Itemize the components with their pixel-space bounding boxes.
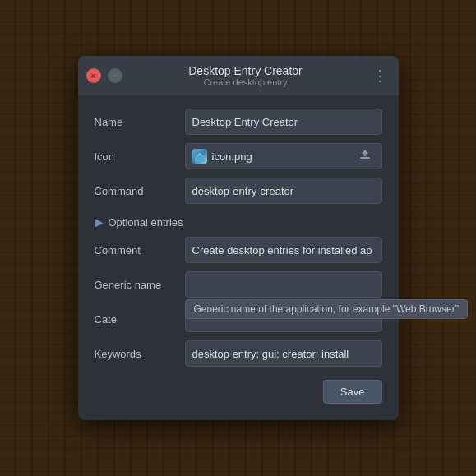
- minimize-button[interactable]: −: [108, 68, 122, 83]
- upload-icon: [358, 148, 372, 161]
- name-row: Name: [95, 109, 382, 135]
- svg-marker-3: [362, 150, 368, 156]
- titlebar: × − Desktop Entry Creator Create desktop…: [78, 56, 399, 95]
- comment-row: Comment: [95, 237, 382, 263]
- icon-preview-image: [192, 149, 207, 164]
- generic-name-label: Generic name: [95, 279, 185, 291]
- command-label: Command: [95, 185, 185, 197]
- comment-input[interactable]: [185, 237, 382, 263]
- svg-rect-0: [195, 155, 205, 162]
- form-content: Name Icon icon.png: [78, 95, 399, 420]
- optional-entries-label: Optional entries: [109, 216, 183, 229]
- window-subtitle: Create desktop entry: [122, 77, 369, 87]
- comment-label: Comment: [95, 244, 185, 256]
- icon-label: Icon: [95, 150, 185, 163]
- categories-label: Cate: [95, 313, 185, 326]
- minimize-icon: −: [112, 70, 118, 81]
- generic-name-row: Generic name Generic name of the applica…: [95, 271, 382, 298]
- keywords-label: Keywords: [95, 348, 185, 360]
- optional-toggle[interactable]: ▶ Optional entries: [95, 215, 382, 229]
- icon-field[interactable]: icon.png: [185, 143, 382, 169]
- app-window: × − Desktop Entry Creator Create desktop…: [78, 56, 399, 420]
- command-row: Command: [95, 178, 382, 204]
- menu-button[interactable]: ⋮: [369, 65, 391, 86]
- titlebar-text: Desktop Entry Creator Create desktop ent…: [122, 64, 369, 87]
- close-button[interactable]: ×: [86, 68, 101, 83]
- categories-input[interactable]: [185, 306, 382, 332]
- icon-row: Icon icon.png: [95, 143, 382, 169]
- icon-svg: [194, 152, 206, 164]
- categories-row: Cate: [95, 306, 382, 332]
- keywords-row: Keywords: [95, 340, 382, 367]
- svg-rect-2: [360, 157, 370, 159]
- keywords-input[interactable]: [185, 340, 382, 367]
- close-icon: ×: [91, 72, 96, 81]
- save-row: Save: [95, 380, 382, 404]
- icon-filename: icon.png: [212, 150, 355, 163]
- menu-icon: ⋮: [372, 67, 387, 84]
- toggle-arrow-icon: ▶: [95, 215, 104, 229]
- save-button[interactable]: Save: [323, 380, 382, 404]
- window-title: Desktop Entry Creator: [122, 64, 369, 77]
- command-input[interactable]: [185, 178, 382, 204]
- svg-marker-1: [197, 153, 202, 155]
- name-label: Name: [95, 116, 185, 128]
- upload-icon-button[interactable]: [355, 146, 375, 166]
- generic-name-input[interactable]: [185, 271, 382, 298]
- name-input[interactable]: [185, 109, 382, 135]
